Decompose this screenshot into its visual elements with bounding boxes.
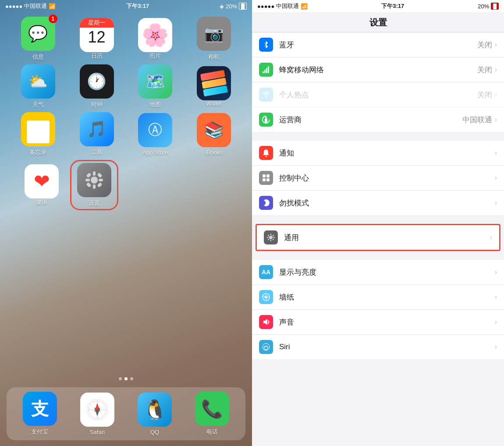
battery-icon-right: █ xyxy=(491,3,499,10)
maps-icon: 🗺️ xyxy=(138,64,172,99)
wallpaper-chevron: › xyxy=(495,293,497,301)
camera-icon: 📷 xyxy=(197,17,231,51)
app-tools[interactable]: 🎵 工具 xyxy=(73,112,121,156)
carrier-value: 中国联通 xyxy=(462,115,492,125)
settings-item-carrier[interactable]: 运营商 中国联通 › xyxy=(252,107,504,132)
calendar-icon: 星期一 12 xyxy=(80,18,114,52)
dock: 支 支付宝 Safari 🐧 QQ xyxy=(7,387,245,440)
svg-rect-30 xyxy=(270,240,271,241)
settings-item-notification[interactable]: 通知 › xyxy=(252,141,504,166)
settings-group-general-highlighted: 通用 › xyxy=(256,224,500,251)
svg-rect-6 xyxy=(86,173,91,178)
sounds-label: 声音 xyxy=(279,317,495,327)
carrier-left: 中国联通 xyxy=(24,2,47,10)
app-row-3: 备忘录 🎵 工具 Ⓐ App Store 📚 iBooks xyxy=(9,112,243,156)
settings-item-cellular[interactable]: 蜂窝移动网络 关闭 › xyxy=(252,57,504,82)
safari-icon xyxy=(80,393,114,427)
svg-rect-21 xyxy=(265,119,267,122)
app-row-4: ❤ 健康 xyxy=(9,160,243,210)
app-appstore[interactable]: Ⓐ App Store xyxy=(131,113,179,156)
dot-3 xyxy=(130,377,133,380)
battery-right: 20% █ xyxy=(478,3,499,10)
settings-item-general[interactable]: 通用 › xyxy=(257,225,499,250)
dock-phone[interactable]: 📞 电话 xyxy=(188,392,236,436)
svg-rect-34 xyxy=(272,234,274,236)
calendar-day: 星期一 xyxy=(80,18,114,28)
messages-icon: 💬 1 xyxy=(21,17,55,51)
dock-qq[interactable]: 🐧 QQ xyxy=(131,393,179,435)
app-wallet[interactable]: Wallet xyxy=(190,66,238,107)
app-ibooks[interactable]: 📚 iBooks xyxy=(190,113,238,156)
app-photos[interactable]: 🌸 照片 xyxy=(131,18,179,60)
left-panel: ●●●●● 中国联通 📶 下午3:17 ◈ 20% █ 💬 1 信息 星期一 xyxy=(0,0,252,446)
notification-chevron: › xyxy=(495,149,497,157)
settings-item-display[interactable]: AA 显示与亮度 › xyxy=(252,260,504,285)
svg-point-20 xyxy=(265,96,267,97)
svg-point-1 xyxy=(91,177,98,184)
photos-icon: 🌸 xyxy=(138,18,172,52)
app-camera[interactable]: 📷 相机 xyxy=(190,17,238,61)
svg-rect-5 xyxy=(99,179,103,181)
page-dots xyxy=(0,374,252,384)
settings-item-control[interactable]: 控制中心 › xyxy=(252,166,504,191)
svg-rect-18 xyxy=(266,68,267,73)
photos-flower-icon: 🌸 xyxy=(142,22,169,48)
app-clock[interactable]: 🕐 时钟 xyxy=(73,64,121,109)
dock-alipay[interactable]: 支 支付宝 xyxy=(16,392,64,436)
settings-label: 设置 xyxy=(89,199,100,207)
phone-label: 电话 xyxy=(206,428,218,436)
signal-dots-right: ●●●●● xyxy=(257,3,274,10)
wallet-cards xyxy=(200,70,228,97)
svg-rect-29 xyxy=(270,234,271,235)
hotspot-icon xyxy=(259,88,273,102)
time-left: 下午3:17 xyxy=(126,2,149,10)
maps-label: 地图 xyxy=(149,101,161,109)
home-indicator-left xyxy=(0,444,252,446)
svg-rect-2 xyxy=(93,171,96,176)
app-settings[interactable]: 设置 xyxy=(70,160,118,210)
app-messages[interactable]: 💬 1 信息 xyxy=(14,17,62,61)
location-icon: ◈ xyxy=(220,3,224,10)
svg-point-43 xyxy=(264,347,265,347)
cellular-chevron: › xyxy=(495,66,497,74)
wallet-icon xyxy=(197,66,231,100)
general-label: 通用 xyxy=(284,233,490,243)
settings-item-dnd[interactable]: 勿扰模式 › xyxy=(252,191,504,215)
svg-rect-9 xyxy=(97,182,102,188)
status-bar-left: ●●●●● 中国联通 📶 下午3:17 ◈ 20% █ xyxy=(0,0,252,12)
app-maps[interactable]: 🗺️ 地图 xyxy=(131,64,179,109)
settings-title: 设置 xyxy=(252,12,504,32)
settings-item-wallpaper[interactable]: 墙纸 › xyxy=(252,285,504,310)
carrier-icon xyxy=(259,113,273,127)
svg-marker-41 xyxy=(263,319,267,325)
battery-left: ◈ 20% █ xyxy=(220,3,247,10)
appstore-label: App Store xyxy=(142,149,168,156)
app-row-2: ⛅ 天气 🕐 时钟 🗺️ 地图 Wallet xyxy=(9,64,243,109)
svg-rect-7 xyxy=(97,173,102,178)
photos-label: 照片 xyxy=(149,52,161,60)
weather-icon: ⛅ xyxy=(21,64,55,99)
app-weather[interactable]: ⛅ 天气 xyxy=(14,64,62,109)
bluetooth-chevron: › xyxy=(495,41,497,49)
ibooks-icon: 📚 xyxy=(197,113,231,147)
app-notes[interactable]: 备忘录 xyxy=(14,112,62,156)
carrier-right: 中国联通 xyxy=(276,2,299,10)
settings-item-sounds[interactable]: 声音 › xyxy=(252,310,504,335)
settings-group-network: 蓝牙 关闭 › 蜂窝移动网络 关闭 › xyxy=(252,32,504,132)
clock-label: 时钟 xyxy=(91,101,103,109)
settings-item-siri[interactable]: Siri › xyxy=(252,335,504,359)
settings-group-notifications: 通知 › 控制中心 › xyxy=(252,141,504,215)
health-label: 健康 xyxy=(36,198,47,206)
clock-icon: 🕐 xyxy=(80,64,114,99)
app-health[interactable]: ❤ 健康 xyxy=(18,164,66,206)
dock-safari[interactable]: Safari xyxy=(73,393,121,435)
dnd-icon xyxy=(259,196,273,210)
carrier-signal-right: ●●●●● 中国联通 📶 xyxy=(257,2,308,10)
siri-label: Siri xyxy=(279,343,495,351)
svg-rect-3 xyxy=(93,184,96,189)
settings-item-bluetooth[interactable]: 蓝牙 关闭 › xyxy=(252,32,504,57)
bluetooth-value: 关闭 xyxy=(477,40,492,50)
ibooks-label: iBooks xyxy=(206,149,223,156)
hotspot-label: 个人热点 xyxy=(279,90,477,100)
app-calendar[interactable]: 星期一 12 日历 xyxy=(73,18,121,60)
